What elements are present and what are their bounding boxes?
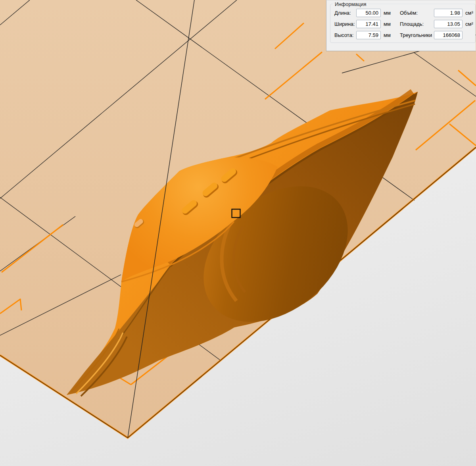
info-groupbox: Информация Длина: 50.00 мм Объём: 1.98 с… — [330, 1, 476, 43]
volume-unit: см³ — [463, 10, 475, 16]
width-label: Ширина: — [334, 21, 356, 27]
area-input[interactable]: 13.05 — [434, 20, 463, 28]
viewport-3d[interactable] — [0, 0, 476, 466]
height-label: Высота: — [334, 32, 356, 38]
info-rows: Длина: 50.00 мм Объём: 1.98 см³ Ширина: … — [330, 9, 475, 39]
length-label: Длина: — [334, 10, 356, 16]
volume-label: Объём: — [400, 10, 434, 16]
length-unit: мм — [381, 10, 400, 16]
length-input[interactable]: 50.00 — [356, 9, 381, 17]
scene-canvas[interactable] — [0, 0, 476, 466]
triangles-input[interactable]: 166068 — [434, 31, 463, 39]
info-panel: Информация Длина: 50.00 мм Объём: 1.98 с… — [326, 0, 476, 51]
width-unit: мм — [381, 21, 400, 27]
info-panel-title: Информация — [333, 1, 368, 7]
triangles-label: Треугольники — [400, 32, 434, 38]
height-input[interactable]: 7.59 — [356, 31, 381, 39]
width-input[interactable]: 17.41 — [356, 20, 381, 28]
area-label: Площадь: — [400, 21, 434, 27]
height-unit: мм — [381, 32, 400, 38]
volume-input[interactable]: 1.98 — [434, 9, 463, 17]
area-unit: см² — [463, 21, 475, 27]
